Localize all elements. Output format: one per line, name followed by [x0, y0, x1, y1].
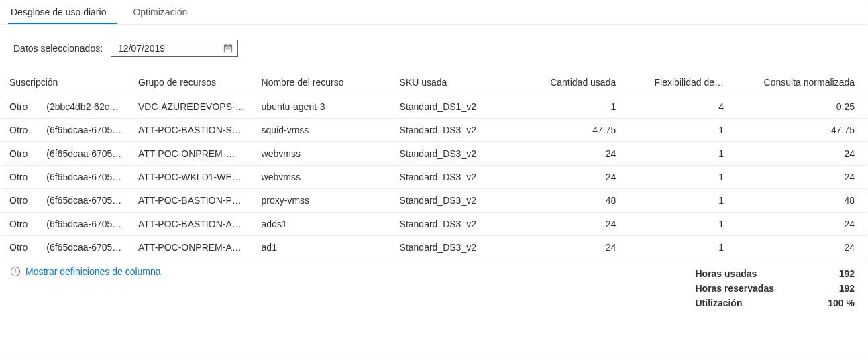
date-picker-value: 12/07/2019 — [118, 43, 165, 54]
cell-resource-group: VDC-AZUREDEVOPS-… — [130, 95, 254, 119]
cell-tag: Otro — [1, 119, 38, 142]
summary-utilization-value: 100 % — [814, 298, 855, 308]
cell-qty: 1 — [519, 95, 624, 119]
calendar-icon — [223, 43, 233, 54]
cell-resource-name: proxy-vmss — [254, 189, 392, 213]
cell-tag: Otro — [1, 142, 38, 166]
cell-tag: Otro — [1, 189, 38, 213]
summary-utilization: Utilización 100 % — [695, 296, 855, 310]
table-row[interactable]: Otro (6f65dcaa-6705… ATT-POC-BASTION-A… … — [1, 213, 867, 236]
table-row[interactable]: Otro (6f65dcaa-6705… ATT-POC-BASTION-S… … — [1, 119, 867, 142]
cell-resource-group: ATT-POC-BASTION-P… — [130, 189, 254, 213]
cell-resource-name: squid-vmss — [254, 119, 392, 142]
cell-qty: 24 — [519, 142, 624, 166]
col-flexibility[interactable]: Flexibilidad de… — [624, 72, 732, 95]
date-filter-label: Datos seleccionados: — [13, 43, 103, 54]
cell-qty: 24 — [519, 236, 624, 259]
summary-hours-reserved-value: 192 — [814, 283, 855, 294]
cell-subscription: (6f65dcaa-6705… — [38, 119, 130, 142]
cell-qty: 48 — [519, 189, 624, 213]
cell-resource-group: ATT-POC-ONPREM-A… — [130, 236, 254, 259]
cell-flex: 1 — [624, 142, 732, 166]
cell-subscription: (2bbc4db2-62c… — [38, 95, 130, 119]
cell-resource-name: ad1 — [254, 236, 392, 259]
tab-optimization[interactable]: Optimización — [130, 1, 198, 24]
cell-sku: Standard_DS3_v2 — [392, 119, 520, 142]
summary-utilization-label: Utilización — [695, 298, 742, 308]
cell-norm: 0.25 — [732, 95, 867, 119]
cell-tag: Otro — [1, 166, 38, 189]
col-qty-used[interactable]: Cantidad usada — [519, 72, 624, 95]
cell-tag: Otro — [1, 213, 38, 236]
cell-flex: 1 — [624, 119, 732, 142]
cell-tag: Otro — [1, 236, 38, 259]
table-row[interactable]: Otro (6f65dcaa-6705… ATT-POC-BASTION-P… … — [1, 189, 867, 213]
cell-norm: 24 — [732, 236, 867, 259]
defs-link-label: Mostrar definiciones de columna — [25, 266, 161, 277]
cell-sku: Standard_DS3_v2 — [392, 166, 520, 189]
summary-hours-reserved-label: Horas reservadas — [695, 283, 774, 294]
cell-qty: 47.75 — [519, 119, 624, 142]
cell-flex: 1 — [624, 189, 732, 213]
show-column-definitions-link[interactable]: i Mostrar definiciones de columna — [11, 266, 161, 277]
cell-subscription: (6f65dcaa-6705… — [38, 166, 130, 189]
table-row[interactable]: Otro (6f65dcaa-6705… ATT-POC-ONPREM-… we… — [1, 142, 867, 166]
cell-flex: 1 — [624, 166, 732, 189]
summary-hours-used-value: 192 — [814, 268, 855, 279]
col-resource-group[interactable]: Grupo de recursos — [130, 72, 254, 95]
tab-daily-breakdown[interactable]: Desglose de uso diario — [8, 1, 117, 24]
cell-tag: Otro — [1, 95, 38, 119]
summary-hours-used: Horas usadas 192 — [695, 266, 855, 281]
col-resource-name[interactable]: Nombre del recurso — [254, 72, 392, 95]
cell-subscription: (6f65dcaa-6705… — [38, 189, 130, 213]
cell-norm: 24 — [732, 213, 867, 236]
info-icon: i — [11, 267, 20, 276]
cell-sku: Standard_DS3_v2 — [392, 142, 520, 166]
cell-resource-name: webvmss — [254, 142, 392, 166]
cell-sku: Standard_DS3_v2 — [392, 236, 520, 259]
utilization-panel: Desglose de uso diario Optimización Dato… — [1, 1, 867, 359]
cell-subscription: (6f65dcaa-6705… — [38, 213, 130, 236]
summary-hours-used-label: Horas usadas — [695, 268, 757, 279]
cell-resource-name: webvmss — [254, 166, 392, 189]
cell-flex: 4 — [624, 95, 732, 119]
filter-row: Datos seleccionados: 12/07/2019 — [1, 25, 867, 72]
cell-flex: 1 — [624, 236, 732, 259]
summary-block: Horas usadas 192 Horas reservadas 192 Ut… — [695, 266, 855, 310]
summary-hours-reserved: Horas reservadas 192 — [695, 281, 855, 296]
date-picker[interactable]: 12/07/2019 — [111, 40, 238, 57]
cell-resource-name: ubuntu-agent-3 — [254, 95, 392, 119]
col-subscription[interactable]: Suscripción — [1, 72, 130, 95]
cell-flex: 1 — [624, 213, 732, 236]
cell-resource-group: ATT-POC-BASTION-S… — [130, 119, 254, 142]
tabs-bar: Desglose de uso diario Optimización — [1, 1, 867, 25]
cell-resource-group: ATT-POC-BASTION-A… — [130, 213, 254, 236]
usage-table: Suscripción Grupo de recursos Nombre del… — [1, 72, 867, 259]
cell-resource-name: adds1 — [254, 213, 392, 236]
table-header-row: Suscripción Grupo de recursos Nombre del… — [1, 72, 867, 95]
table-row[interactable]: Otro (6f65dcaa-6705… ATT-POC-WKLD1-WE… w… — [1, 166, 867, 189]
cell-norm: 48 — [732, 189, 867, 213]
cell-qty: 24 — [519, 213, 624, 236]
cell-sku: Standard_DS3_v2 — [392, 189, 520, 213]
cell-subscription: (6f65dcaa-6705… — [38, 236, 130, 259]
table-row[interactable]: Otro (2bbc4db2-62c… VDC-AZUREDEVOPS-… ub… — [1, 95, 867, 119]
cell-sku: Standard_DS1_v2 — [392, 95, 520, 119]
cell-subscription: (6f65dcaa-6705… — [38, 142, 130, 166]
col-sku-used[interactable]: SKU usada — [392, 72, 520, 95]
footer-row: i Mostrar definiciones de columna Horas … — [1, 259, 867, 316]
cell-norm: 24 — [732, 166, 867, 189]
cell-resource-group: ATT-POC-WKLD1-WE… — [130, 166, 254, 189]
cell-qty: 24 — [519, 166, 624, 189]
cell-norm: 24 — [732, 142, 867, 166]
table-row[interactable]: Otro (6f65dcaa-6705… ATT-POC-ONPREM-A… a… — [1, 236, 867, 259]
cell-norm: 47.75 — [732, 119, 867, 142]
col-normalized[interactable]: Consulta normalizada — [732, 72, 867, 95]
cell-resource-group: ATT-POC-ONPREM-… — [130, 142, 254, 166]
cell-sku: Standard_DS3_v2 — [392, 213, 520, 236]
